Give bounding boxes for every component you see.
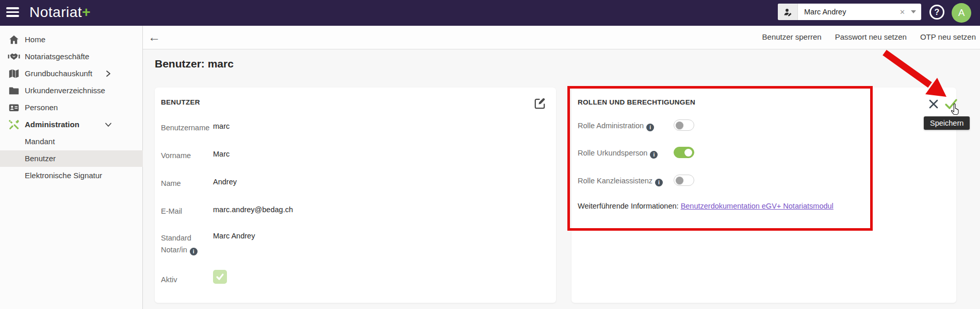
tools-icon xyxy=(8,118,20,131)
otp-neu-setzen-button[interactable]: OTP neu setzen xyxy=(920,32,976,41)
avatar[interactable]: A xyxy=(952,3,971,23)
user-card-title: BENUTZER xyxy=(161,98,200,106)
map-icon xyxy=(8,67,20,80)
info-icon[interactable]: i xyxy=(190,248,198,255)
sidebar-item-mandant[interactable]: Mandant xyxy=(0,133,143,150)
sidebar: Home Notariatsgeschäfte Grundbuchauskunf… xyxy=(0,26,143,309)
field-value: Andrey xyxy=(213,178,237,186)
toggle-knob xyxy=(684,149,692,157)
sidebar-item-notariatsgeschaefte[interactable]: Notariatsgeschäfte xyxy=(0,48,143,65)
sidebar-item-personen[interactable]: Personen xyxy=(0,99,143,116)
role-label: Rolle Kanzleiassistenzi xyxy=(578,177,663,186)
sidebar-item-label: Elektronische Signatur xyxy=(25,171,102,180)
user-picker[interactable]: Marc Andrey ✕ xyxy=(778,4,921,20)
toggle-knob xyxy=(676,122,683,129)
app-logo: Notariat+ xyxy=(29,4,91,21)
sidebar-item-label: Mandant xyxy=(25,137,55,146)
field-label: Aktiv xyxy=(161,274,213,286)
role-label-text: Rolle Administration xyxy=(578,122,644,130)
field-label: Standard Notar/ini xyxy=(161,232,213,256)
menu-icon[interactable] xyxy=(6,7,19,19)
info-icon[interactable]: i xyxy=(655,179,663,186)
field-value: Marc xyxy=(213,150,230,158)
header-actions: Benutzer sperren Passwort neu setzen OTP… xyxy=(762,32,976,41)
sidebar-item-label: Grundbuchauskunft xyxy=(25,69,92,78)
sidebar-item-label: Notariatsgeschäfte xyxy=(25,52,89,61)
page-title: Benutzer: marc xyxy=(155,58,234,70)
field-label: Benutzername xyxy=(161,122,213,134)
field-value: marc xyxy=(213,122,230,130)
toggle-rolle-kanzleiassistenz[interactable] xyxy=(674,175,694,186)
sidebar-item-administration[interactable]: Administration xyxy=(0,116,143,133)
toggle-rolle-urkundsperson[interactable] xyxy=(674,147,694,158)
logo-text: Notariat xyxy=(29,4,82,20)
back-button[interactable]: ← xyxy=(148,29,160,45)
toggle-rolle-administration[interactable] xyxy=(674,119,694,131)
field-value: marc.andrey@bedag.ch xyxy=(213,205,293,214)
home-icon xyxy=(8,33,20,46)
sidebar-item-grundbuchauskunft[interactable]: Grundbuchauskunft xyxy=(0,65,143,82)
chevron-right-icon xyxy=(105,70,112,79)
roles-card: ROLLEN UND BERECHTIGUNGEN Rolle Administ… xyxy=(571,88,956,303)
field-label: Name xyxy=(161,178,213,190)
chevron-down-icon xyxy=(105,121,112,130)
role-label-text: Rolle Kanzleiassistenz xyxy=(578,177,652,185)
field-label: E-Mail xyxy=(161,205,213,217)
sidebar-item-label: Urkundenverzeichnisse xyxy=(25,86,105,95)
field-label-text: Standard Notar/in xyxy=(161,234,191,254)
field-value: Marc Andrey xyxy=(213,232,255,240)
info-icon[interactable]: i xyxy=(650,151,658,159)
sidebar-item-label: Administration xyxy=(25,120,79,129)
sidebar-item-urkundenverzeichnisse[interactable]: Urkundenverzeichnisse xyxy=(0,82,143,99)
user-card: BENUTZER Benutzername marc Vorname Marc … xyxy=(155,88,556,303)
sidebar-item-label: Home xyxy=(25,35,45,44)
field-label: Vorname xyxy=(161,150,213,162)
clear-icon[interactable]: ✕ xyxy=(900,8,905,16)
save-check-icon[interactable] xyxy=(944,97,958,111)
person-edit-icon xyxy=(778,4,798,20)
help-icon[interactable]: ? xyxy=(929,5,944,20)
save-tooltip: Speichern xyxy=(924,116,970,130)
roles-card-title: ROLLEN UND BERECHTIGUNGEN xyxy=(578,98,695,106)
chevron-down-icon[interactable] xyxy=(911,10,916,13)
contact-card-icon xyxy=(8,101,20,114)
edit-icon[interactable] xyxy=(533,97,547,110)
info-prefix: Weiterführende Informationen: xyxy=(578,202,681,210)
sidebar-item-label: Benutzer xyxy=(25,154,56,163)
sidebar-item-benutzer[interactable]: Benutzer xyxy=(0,150,143,167)
handshake-icon xyxy=(8,50,20,63)
app-root: Notariat+ Marc Andrey ✕ ? A Home Notaria… xyxy=(0,0,980,309)
info-icon[interactable]: i xyxy=(646,124,654,131)
user-picker-value: Marc Andrey xyxy=(804,8,900,16)
content-header: ← Benutzer sperren Passwort neu setzen O… xyxy=(143,26,980,49)
role-label-text: Rolle Urkundsperson xyxy=(578,149,647,157)
toggle-knob xyxy=(676,177,683,184)
benutzer-sperren-button[interactable]: Benutzer sperren xyxy=(762,32,822,41)
documentation-link[interactable]: Benutzerdokumentation eGV+ Notariatsmodu… xyxy=(681,202,834,210)
passwort-neu-setzen-button[interactable]: Passwort neu setzen xyxy=(835,32,907,41)
role-label: Rolle Administrationi xyxy=(578,122,654,131)
cancel-icon[interactable] xyxy=(927,98,940,110)
sidebar-item-label: Personen xyxy=(25,103,58,112)
folder-icon xyxy=(8,84,20,97)
sidebar-item-home[interactable]: Home xyxy=(0,31,143,48)
aktiv-checkbox[interactable] xyxy=(213,270,227,284)
roles-info-line: Weiterführende Informationen: Benutzerdo… xyxy=(578,202,834,210)
top-bar: Notariat+ Marc Andrey ✕ ? A xyxy=(0,0,980,26)
logo-plus: + xyxy=(82,4,91,20)
role-label: Rolle Urkundspersoni xyxy=(578,149,658,159)
sidebar-item-elektronische-signatur[interactable]: Elektronische Signatur xyxy=(0,167,143,184)
